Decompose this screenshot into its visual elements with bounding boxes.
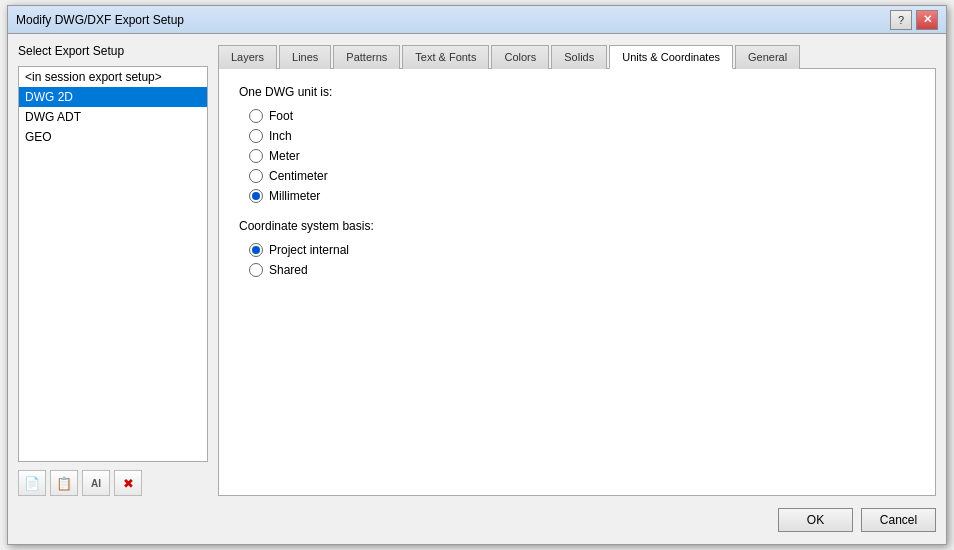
radio-label-meter: Meter <box>269 149 300 163</box>
tab-layers[interactable]: Layers <box>218 45 277 69</box>
tab-lines[interactable]: Lines <box>279 45 331 69</box>
radio-outer-inch <box>249 129 263 143</box>
radio-coord-project-internal[interactable]: Project internal <box>249 243 915 257</box>
dialog-title: Modify DWG/DXF Export Setup <box>16 13 184 27</box>
unit-radio-group: FootInchMeterCentimeterMillimeter <box>239 109 915 203</box>
tab-bar: LayersLinesPatternsText & FontsColorsSol… <box>218 44 936 69</box>
list-item-dwg-2d[interactable]: DWG 2D <box>19 87 207 107</box>
radio-unit-foot[interactable]: Foot <box>249 109 915 123</box>
title-bar: Modify DWG/DXF Export Setup ? ✕ <box>8 6 946 34</box>
radio-label-coord-project-internal: Project internal <box>269 243 349 257</box>
unit-section-label: One DWG unit is: <box>239 85 915 99</box>
radio-outer-centimeter <box>249 169 263 183</box>
coord-radio-group: Project internalShared <box>239 243 915 277</box>
tab-colors[interactable]: Colors <box>491 45 549 69</box>
radio-inner-millimeter <box>252 192 260 200</box>
dialog-window: Modify DWG/DXF Export Setup ? ✕ Select E… <box>7 5 947 545</box>
radio-unit-centimeter[interactable]: Centimeter <box>249 169 915 183</box>
radio-outer-meter <box>249 149 263 163</box>
radio-label-inch: Inch <box>269 129 292 143</box>
rename-export-button[interactable]: AI <box>82 470 110 496</box>
radio-label-millimeter: Millimeter <box>269 189 320 203</box>
dialog-body: Select Export Setup <in session export s… <box>8 34 946 544</box>
tab-general[interactable]: General <box>735 45 800 69</box>
radio-outer-foot <box>249 109 263 123</box>
radio-outer-millimeter <box>249 189 263 203</box>
help-button[interactable]: ? <box>890 10 912 30</box>
delete-export-button[interactable]: ✖ <box>114 470 142 496</box>
radio-outer-coord-project-internal <box>249 243 263 257</box>
left-panel: Select Export Setup <in session export s… <box>18 44 208 496</box>
tab-solids[interactable]: Solids <box>551 45 607 69</box>
radio-coord-shared[interactable]: Shared <box>249 263 915 277</box>
radio-unit-millimeter[interactable]: Millimeter <box>249 189 915 203</box>
cancel-button[interactable]: Cancel <box>861 508 936 532</box>
radio-label-centimeter: Centimeter <box>269 169 328 183</box>
radio-outer-coord-shared <box>249 263 263 277</box>
dialog-footer: OK Cancel <box>18 504 936 534</box>
radio-unit-inch[interactable]: Inch <box>249 129 915 143</box>
list-item-geo[interactable]: GEO <box>19 127 207 147</box>
new-export-button[interactable]: 📄 <box>18 470 46 496</box>
radio-label-coord-shared: Shared <box>269 263 308 277</box>
list-item-in-session[interactable]: <in session export setup> <box>19 67 207 87</box>
right-panel: LayersLinesPatternsText & FontsColorsSol… <box>218 44 936 496</box>
close-button[interactable]: ✕ <box>916 10 938 30</box>
list-toolbar: 📄 📋 AI ✖ <box>18 468 208 496</box>
tab-units-coordinates[interactable]: Units & Coordinates <box>609 45 733 69</box>
radio-label-foot: Foot <box>269 109 293 123</box>
radio-inner-coord-project-internal <box>252 246 260 254</box>
export-list[interactable]: <in session export setup>DWG 2DDWG ADTGE… <box>18 66 208 462</box>
tab-patterns[interactable]: Patterns <box>333 45 400 69</box>
title-bar-buttons: ? ✕ <box>890 10 938 30</box>
left-panel-label: Select Export Setup <box>18 44 208 58</box>
tab-content: One DWG unit is: FootInchMeterCentimeter… <box>218 69 936 496</box>
main-content: Select Export Setup <in session export s… <box>18 44 936 496</box>
coord-section-label: Coordinate system basis: <box>239 219 915 233</box>
radio-unit-meter[interactable]: Meter <box>249 149 915 163</box>
tab-text-fonts[interactable]: Text & Fonts <box>402 45 489 69</box>
copy-export-button[interactable]: 📋 <box>50 470 78 496</box>
list-item-dwg-adt[interactable]: DWG ADT <box>19 107 207 127</box>
ok-button[interactable]: OK <box>778 508 853 532</box>
